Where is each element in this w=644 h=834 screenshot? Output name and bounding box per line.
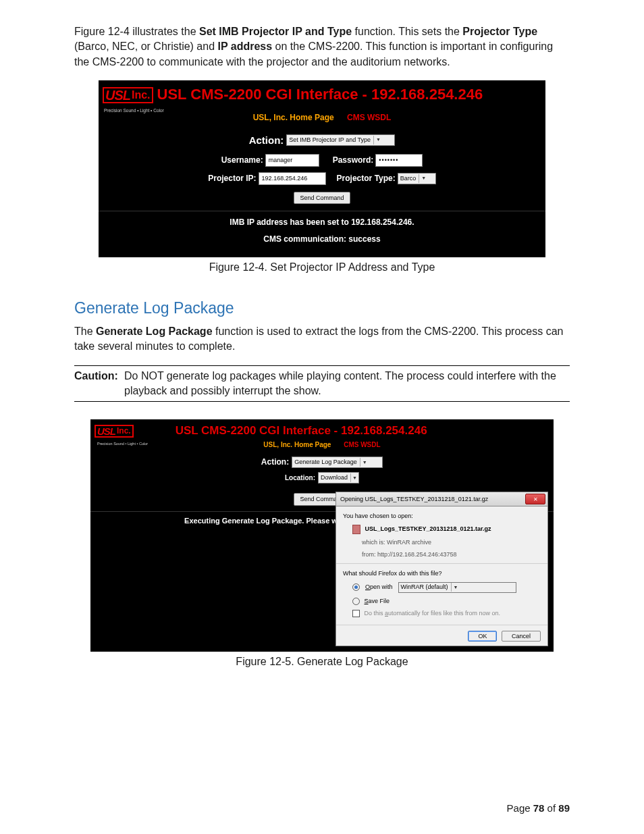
home-page-link[interactable]: USL, Inc. Home Page — [263, 441, 331, 448]
status-ip-set: IMB IP address has been set to 192.168.2… — [99, 217, 545, 228]
cgi-interface-title: USL CMS-2200 CGI Interface - 192.168.254… — [176, 423, 427, 439]
usl-logo: USL Inc. — [103, 87, 153, 103]
do-automatically-label: Do this automatically for files like thi… — [365, 610, 501, 617]
dialog-what-should: What should Firefox do with this file? — [343, 569, 541, 578]
projector-type-label: Projector Type: — [337, 173, 396, 184]
save-file-radio[interactable] — [352, 598, 360, 605]
dropdown-arrow-icon: ▼ — [360, 458, 369, 467]
dropdown-arrow-icon: ▼ — [451, 583, 460, 592]
open-with-select[interactable]: WinRAR (default) ▼ — [398, 582, 516, 593]
dialog-which-is: which is: WinRAR archive — [343, 538, 541, 547]
screenshot-generate-log: USL Inc. USL CMS-2200 CGI Interface - 19… — [90, 419, 554, 652]
generate-log-package-heading: Generate Log Package — [74, 297, 570, 319]
home-page-link[interactable]: USL, Inc. Home Page — [253, 113, 334, 122]
cms-wsdl-link[interactable]: CMS WSDL — [344, 441, 380, 448]
action-label: Action: — [261, 457, 289, 468]
status-cms-success: CMS communication: success — [99, 234, 545, 245]
logo-tagline: Precision Sound • Light • Color — [97, 442, 148, 447]
action-select[interactable]: Generate Log Package ▼ — [292, 457, 383, 468]
cms-wsdl-link[interactable]: CMS WSDL — [347, 113, 391, 122]
open-with-label[interactable]: Open with — [365, 583, 393, 592]
figure-12-4-caption: Figure 12-4. Set Projector IP Address an… — [74, 260, 570, 275]
caution-text: Do NOT generate log packages while playi… — [124, 369, 570, 399]
username-label: Username: — [221, 155, 263, 166]
dialog-cancel-button[interactable]: Cancel — [502, 631, 541, 642]
caution-label: Caution: — [74, 369, 124, 399]
dropdown-arrow-icon: ▼ — [373, 136, 383, 145]
action-label: Action: — [249, 133, 284, 147]
dialog-filename: USL_Logs_TESTKEY_20131218_0121.tar.gz — [365, 525, 491, 532]
projector-ip-label: Projector IP: — [208, 173, 256, 184]
usl-logo: USL Inc. — [95, 425, 134, 438]
screenshot-set-projector: USL Inc. USL CMS-2200 CGI Interface - 19… — [99, 80, 545, 257]
dialog-chosen-text: You have chosen to open: — [343, 512, 541, 521]
location-select[interactable]: Download ▼ — [318, 472, 359, 484]
figure-12-5-caption: Figure 12-5. Generate Log Package — [74, 654, 570, 669]
dropdown-arrow-icon: ▼ — [419, 174, 428, 183]
save-file-label[interactable]: Save File — [365, 598, 390, 604]
cgi-interface-title: USL CMS-2200 CGI Interface - 192.168.254… — [157, 84, 483, 105]
username-input[interactable]: manager — [265, 154, 319, 167]
dialog-close-button[interactable]: ✕ — [525, 494, 545, 504]
password-label: Password: — [333, 155, 374, 166]
password-input[interactable]: ••••••• — [375, 154, 423, 167]
caution-box: Caution: Do NOT generate log packages wh… — [74, 365, 570, 402]
location-label: Location: — [285, 473, 315, 483]
dialog-from: from: http://192.168.254.246:43758 — [343, 550, 541, 559]
logo-tagline: Precision Sound • Light • Color — [104, 107, 164, 113]
action-select[interactable]: Set IMB Projector IP and Type ▼ — [286, 134, 395, 146]
intro-paragraph: Figure 12-4 illustrates the Set IMB Proj… — [74, 24, 570, 70]
send-command-button[interactable]: Send Command — [294, 192, 350, 205]
dialog-titlebar[interactable]: Opening USL_Logs_TESTKEY_20131218_0121.t… — [336, 492, 548, 506]
generate-log-paragraph: The Generate Log Package function is use… — [74, 324, 570, 355]
page-footer: Page 78 of 89 — [507, 801, 570, 815]
dropdown-arrow-icon: ▼ — [350, 473, 358, 482]
archive-file-icon — [352, 525, 360, 534]
download-dialog: Opening USL_Logs_TESTKEY_20131218_0121.t… — [336, 492, 548, 646]
projector-ip-input[interactable]: 192.168.254.246 — [259, 172, 326, 185]
open-with-radio[interactable] — [352, 583, 360, 591]
do-automatically-checkbox[interactable] — [352, 610, 360, 617]
dialog-ok-button[interactable]: OK — [468, 631, 497, 642]
projector-type-select[interactable]: Barco ▼ — [398, 173, 436, 184]
